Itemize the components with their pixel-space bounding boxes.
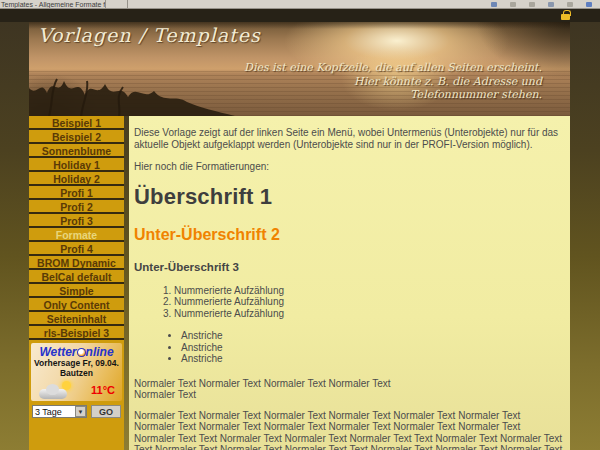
browser-tab-bar: Templates - Allgemeine Formate für Texte… [0,0,600,9]
toolbar-icon[interactable] [567,2,573,7]
sidebar-menu-item[interactable]: BelCal default [29,270,124,284]
main-content: Diese Vorlage zeigt auf der linken Seite… [129,116,570,450]
weather-widget: Wetternline Vorhersage Fr, 09.04. Bautze… [29,341,124,450]
header-image: Vorlagen / Templates Dies ist eine Kopfz… [29,22,570,116]
city-label: Bautzen [31,369,122,379]
sidebar: Beispiel 1Beispiel 2SonnenblumeHoliday 1… [29,116,124,450]
sidebar-menu-item[interactable]: Profi 2 [29,200,124,214]
sidebar-menu-item[interactable]: Profi 1 [29,186,124,200]
browser-tab-stub[interactable] [106,0,128,8]
body-row: Beispiel 1Beispiel 2SonnenblumeHoliday 1… [29,116,570,450]
temperature-value: 11°C [91,384,115,396]
sidebar-menu-item[interactable]: Profi 3 [29,214,124,228]
numbered-list-item: Nummerierte Aufzählung [174,285,564,297]
forecast-range-select[interactable]: 3 Tage ▼ [32,405,87,418]
weather-controls: 3 Tage ▼ GO [29,402,124,418]
numbered-list-item: Nummerierte Aufzählung [174,308,564,320]
screen: Templates - Allgemeine Formate für Texte… [0,0,600,450]
sidebar-menu-item[interactable]: Holiday 1 [29,158,124,172]
sidebar-menu-item[interactable]: BROM Dynamic [29,256,124,270]
go-button[interactable]: GO [91,405,121,418]
partly-cloudy-icon [38,382,74,399]
sidebar-menu-item[interactable]: rls-Beispiel 3 [29,326,124,340]
forecast-range-value: 3 Tage [35,407,62,417]
dune-grass-silhouette [29,71,239,116]
site-title: Vorlagen / Templates [38,24,261,46]
page-background: Vorlagen / Templates Dies ist eine Kopfz… [0,22,600,450]
toolbar-icon[interactable] [491,2,497,7]
tagline-line: Telefonnummer stehen. [244,88,542,102]
sidebar-menu-item[interactable]: Formate [29,228,124,242]
conditions-row: 11°C [31,378,122,400]
header-tagline: Dies ist eine Kopfzeile, die auf allen S… [244,61,542,102]
sidebar-menu-item[interactable]: Beispiel 1 [29,116,124,130]
sidebar-menu-item[interactable]: Holiday 2 [29,172,124,186]
sidebar-menu-item[interactable]: Only Content [29,298,124,312]
sidebar-menu-item[interactable]: Sonnenblume [29,144,124,158]
toolbar-icon[interactable] [586,2,592,7]
tagline-line: Dies ist eine Kopfzeile, die auf allen S… [244,61,542,75]
weather-card: Wetternline Vorhersage Fr, 09.04. Bautze… [31,343,122,401]
logo-text-wetter: Wetter [39,345,76,359]
toolbar-icon[interactable] [510,2,516,7]
sidebar-menu-item[interactable]: Beispiel 2 [29,130,124,144]
bullet-list-item: Anstriche [181,342,564,354]
numbered-list: Nummerierte AufzählungNummerierte Aufzäh… [134,285,564,320]
normal-text-block: Normaler Text Normaler Text Normaler Tex… [134,378,564,401]
heading-level-1: Überschrift 1 [134,184,564,210]
bullet-list-item: Anstriche [181,330,564,342]
numbered-list-item: Nummerierte Aufzählung [174,296,564,308]
bullet-list-item: Anstriche [181,353,564,365]
browser-tab-title[interactable]: Templates - Allgemeine Formate für Texte… [0,0,106,8]
browser-toolbar [491,2,600,7]
toolbar-icon[interactable] [548,2,554,7]
sidebar-menu-item[interactable]: Profi 4 [29,242,124,256]
dropdown-arrow-icon[interactable]: ▼ [75,406,86,417]
heading-level-2: Unter-Überschrift 2 [134,226,564,244]
formats-intro-label: Hier noch die Formatierungen: [134,161,564,173]
tagline-line: Hier könnte z. B. die Adresse und [244,75,542,89]
long-text-block: Normaler Text Normaler Text Normaler Tex… [134,410,564,450]
sidebar-menu: Beispiel 1Beispiel 2SonnenblumeHoliday 1… [29,116,124,340]
window-top-strip [0,9,600,22]
logo-text-online: nline [86,345,114,359]
lock-icon [561,14,570,20]
heading-level-3: Unter-Überschrift 3 [134,261,564,273]
sun-logo-icon [77,348,86,357]
toolbar-icon[interactable] [529,2,535,7]
intro-paragraph: Diese Vorlage zeigt auf der linken Seite… [134,127,564,150]
sidebar-menu-item[interactable]: Seiteninhalt [29,312,124,326]
bullet-list: AnstricheAnstricheAnstriche [134,330,564,365]
sidebar-menu-item[interactable]: Simple [29,284,124,298]
site-container: Vorlagen / Templates Dies ist eine Kopfz… [29,22,570,450]
